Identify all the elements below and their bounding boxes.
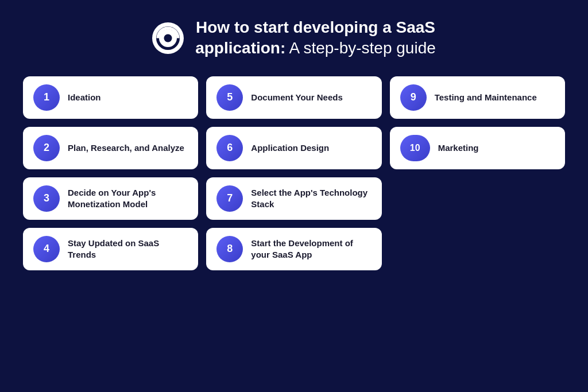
steps-grid: 1 Ideation 2 Plan, Research, and Analyze…	[23, 76, 565, 270]
step-label-7: Select the App's Technology Stack	[251, 187, 371, 211]
step-label-10: Marketing	[438, 142, 479, 154]
step-badge-6: 6	[216, 135, 243, 161]
title-bold2: application:	[195, 39, 285, 57]
step-card-3: 3 Decide on Your App's Monetization Mode…	[23, 177, 198, 220]
column-1: 1 Ideation 2 Plan, Research, and Analyze…	[23, 76, 198, 270]
main-title: How to start developing a SaaS applicati…	[195, 17, 436, 59]
header: How to start developing a SaaS applicati…	[23, 17, 565, 59]
step-card-5: 5 Document Your Needs	[206, 76, 381, 119]
step-badge-10: 10	[400, 135, 430, 161]
title-bold: How to start developing a SaaS	[196, 18, 435, 36]
step-label-2: Plan, Research, and Analyze	[68, 142, 184, 154]
column-3: 9 Testing and Maintenance 10 Marketing	[390, 76, 565, 270]
step-label-6: Application Design	[251, 142, 329, 154]
step-badge-7: 7	[216, 185, 243, 212]
step-badge-2: 2	[33, 135, 60, 161]
column-2: 5 Document Your Needs 6 Application Desi…	[206, 76, 381, 270]
step-badge-8: 8	[216, 236, 243, 262]
svg-point-2	[164, 34, 172, 42]
logo-icon	[152, 22, 184, 54]
step-badge-5: 5	[216, 84, 243, 111]
step-badge-9: 9	[400, 84, 427, 111]
step-badge-1: 1	[33, 84, 60, 111]
step-card-8: 8 Start the Development of your SaaS App	[206, 228, 381, 270]
step-label-3: Decide on Your App's Monetization Model	[68, 187, 188, 211]
step-label-9: Testing and Maintenance	[435, 92, 537, 103]
step-card-7: 7 Select the App's Technology Stack	[206, 177, 381, 220]
step-label-5: Document Your Needs	[251, 92, 342, 103]
step-card-6: 6 Application Design	[206, 127, 381, 169]
step-badge-4: 4	[33, 236, 60, 262]
step-label-8: Start the Development of your SaaS App	[251, 238, 371, 261]
step-badge-3: 3	[33, 185, 60, 212]
step-card-4: 4 Stay Updated on SaaS Trends	[23, 228, 198, 270]
title-regular: A step-by-step guide	[285, 39, 436, 57]
step-label-1: Ideation	[68, 92, 101, 103]
step-card-2: 2 Plan, Research, and Analyze	[23, 127, 198, 169]
step-card-10: 10 Marketing	[390, 127, 565, 169]
step-label-4: Stay Updated on SaaS Trends	[68, 238, 188, 261]
step-card-1: 1 Ideation	[23, 76, 198, 119]
step-card-9: 9 Testing and Maintenance	[390, 76, 565, 119]
